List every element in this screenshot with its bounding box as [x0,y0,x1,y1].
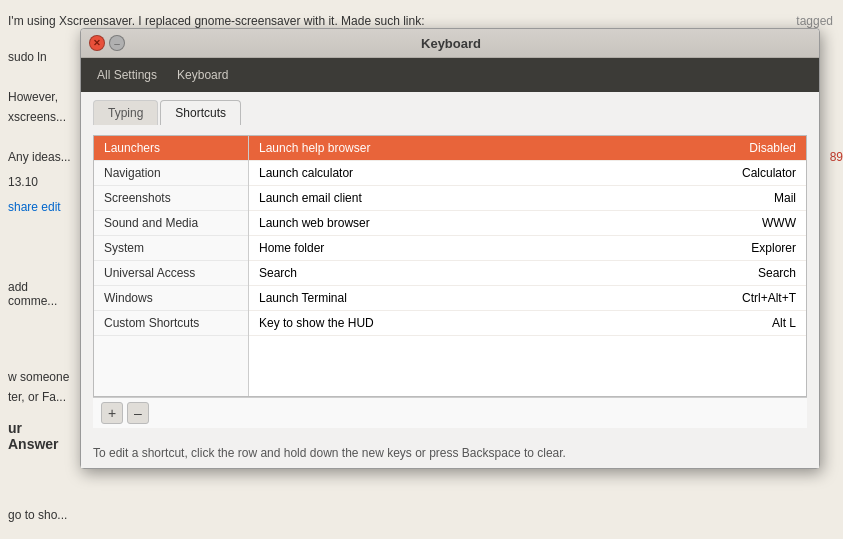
shortcut-row-3[interactable]: Launch web browser WWW [249,211,806,236]
top-navigation: All Settings Keyboard [81,58,819,92]
bg-left-fa: ter, or Fa... [0,390,80,404]
bg-share-edit: share edit [0,200,80,214]
shortcuts-content: Launchers Navigation Screenshots Sound a… [81,125,819,438]
keyboard-dialog: ✕ – Keyboard All Settings Keyboard Typin… [80,28,820,469]
nav-all-settings[interactable]: All Settings [93,66,161,84]
shortcut-key-2: Mail [676,191,796,205]
shortcut-name-0: Launch help browser [259,141,676,155]
add-shortcut-button[interactable]: + [101,402,123,424]
bg-answer: ur Answer [0,420,80,452]
bg-left-bottom: w someone [0,370,80,384]
tab-bar: Typing Shortcuts [81,92,819,125]
category-windows[interactable]: Windows [94,286,248,311]
tab-shortcuts[interactable]: Shortcuts [160,100,241,125]
shortcut-row-4[interactable]: Home folder Explorer [249,236,806,261]
category-universal-access[interactable]: Universal Access [94,261,248,286]
shortcut-row-2[interactable]: Launch email client Mail [249,186,806,211]
shortcut-key-4: Explorer [676,241,796,255]
shortcut-row-7[interactable]: Key to show the HUD Alt L [249,311,806,336]
remove-shortcut-button[interactable]: – [127,402,149,424]
tab-typing[interactable]: Typing [93,100,158,125]
bg-however: However, [0,90,80,104]
titlebar: ✕ – Keyboard [81,29,819,58]
bg-xscreens: xscreens... [0,110,80,124]
bg-sudo: sudo ln [0,50,80,64]
bottom-toolbar: + – [93,397,807,428]
footer-hint: To edit a shortcut, click the row and ho… [81,438,819,468]
shortcut-key-1: Calculator [676,166,796,180]
shortcut-name-4: Home folder [259,241,676,255]
category-custom-shortcuts[interactable]: Custom Shortcuts [94,311,248,336]
dialog-title: Keyboard [91,36,811,51]
category-navigation[interactable]: Navigation [94,161,248,186]
bg-goto: go to sho... [0,508,80,522]
shortcut-key-3: WWW [676,216,796,230]
shortcut-row-5[interactable]: Search Search [249,261,806,286]
shortcut-name-1: Launch calculator [259,166,676,180]
shortcut-row-1[interactable]: Launch calculator Calculator [249,161,806,186]
shortcut-name-7: Key to show the HUD [259,316,676,330]
shortcut-row-0[interactable]: Launch help browser Disabled [249,136,806,161]
bg-version: 13.10 [0,175,80,189]
shortcut-name-5: Search [259,266,676,280]
bg-add-comment: add comme... [0,280,80,308]
category-sound-media[interactable]: Sound and Media [94,211,248,236]
bg-line-1: I'm using Xscreensaver. I replaced gnome… [0,14,643,28]
category-launchers[interactable]: Launchers [94,136,248,161]
nav-keyboard[interactable]: Keyboard [173,66,232,84]
shortcut-name-6: Launch Terminal [259,291,676,305]
shortcut-key-0: Disabled [676,141,796,155]
shortcut-name-3: Launch web browser [259,216,676,230]
shortcut-key-5: Search [676,266,796,280]
shortcut-name-2: Launch email client [259,191,676,205]
bg-anyideas: Any ideas... [0,150,80,164]
shortcuts-layout: Launchers Navigation Screenshots Sound a… [93,135,807,397]
bg-tagged: tagged [796,14,833,28]
category-screenshots[interactable]: Screenshots [94,186,248,211]
shortcut-table: Launch help browser Disabled Launch calc… [249,136,806,396]
shortcut-row-6[interactable]: Launch Terminal Ctrl+Alt+T [249,286,806,311]
shortcut-key-7: Alt L [676,316,796,330]
category-system[interactable]: System [94,236,248,261]
empty-space [249,336,806,396]
category-list: Launchers Navigation Screenshots Sound a… [94,136,249,396]
shortcut-key-6: Ctrl+Alt+T [676,291,796,305]
